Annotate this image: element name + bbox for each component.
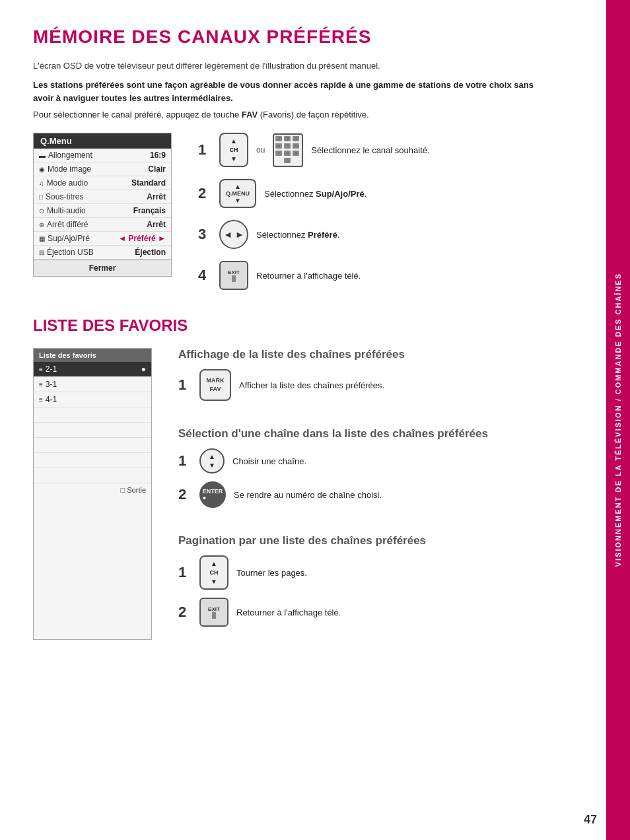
step-2-row: 2 ▲ Q.MENU ▼ Sélectionnez Sup/Ajo/Pré. <box>198 179 548 208</box>
sup-ajo-pre-label: Sup/Ajo/Pré <box>48 234 90 243</box>
pagination-step-2: 2 EXIT Retourner à l'affichage télé. <box>178 598 548 627</box>
exit-label: EXIT <box>228 269 240 275</box>
sidebar-text: VISIONNEMENT DE LA TÉLÉVISION / COMMANDE… <box>614 273 622 567</box>
step-1-row: 1 ▲ CH ▼ ou 1 2 3 4 5 6 7 8 9 0 <box>198 133 548 167</box>
step-1-number: 1 <box>198 143 211 157</box>
favoris-row-3-1[interactable]: 3-1 <box>34 377 151 392</box>
arrow-down-simple-icon: ▼ <box>209 462 215 469</box>
left-right-button[interactable]: ◄ ► <box>219 220 248 249</box>
arrow-up-pag-icon: ▲ <box>211 560 217 567</box>
favoris-row-empty-5 <box>34 468 151 483</box>
sidebar: VISIONNEMENT DE LA TÉLÉVISION / COMMANDE… <box>606 0 630 840</box>
favoris-sortie: □ Sortie <box>34 483 151 497</box>
ch-label-4-1: 4-1 <box>46 395 57 404</box>
page-title: MÉMOIRE DES CANAUX PRÉFÉRÉS <box>33 26 548 48</box>
numpad-cell: 5 <box>284 143 291 149</box>
qmenu-btn-label: Q.MENU <box>226 190 250 197</box>
mark-fav-button[interactable]: MARK FAV <box>199 369 231 401</box>
step-2-bold: Sup/Ajo/Pré <box>316 189 365 199</box>
arret-differe-icon <box>39 220 44 229</box>
fav-description: Pour sélectionner le canal préféré, appu… <box>33 110 548 120</box>
sous-titres-icon <box>39 192 43 201</box>
enter-button[interactable]: ENTER● <box>199 481 226 508</box>
sup-ajo-pre-icon <box>39 234 45 243</box>
fav-btn-label: FAV <box>210 385 221 394</box>
up-down-button-selection[interactable]: ▲ ▼ <box>199 448 225 473</box>
qmenu-row-mode-audio: Mode audio Standard <box>34 176 171 190</box>
qmenu-button[interactable]: ▲ Q.MENU ▼ <box>219 179 256 208</box>
arret-differe-label: Arrêt différé <box>47 220 88 229</box>
qmenu-fermer-button[interactable]: Fermer <box>34 260 171 276</box>
numpad-button[interactable]: 1 2 3 4 5 6 7 8 9 0 <box>273 133 303 167</box>
sup-ajo-pre-value: ◄ Préféré ► <box>118 234 166 243</box>
ch-up-down-button-pagination[interactable]: ▲ CH ▼ <box>199 555 228 590</box>
mode-image-label: Mode image <box>48 164 91 174</box>
qmenu-row-allongement: Allongement 16:9 <box>34 149 171 162</box>
selection-section: Sélection d'une chaîne dans la liste des… <box>178 427 548 508</box>
pagination-step-1: 1 ▲ CH ▼ Tourner les pages. <box>178 555 548 590</box>
multi-audio-icon <box>39 206 44 215</box>
exit-label-2: EXIT <box>208 606 220 612</box>
right-arrow-icon: ► <box>235 229 244 240</box>
numpad-cell: 3 <box>293 136 299 141</box>
numpad-cell: 2 <box>284 136 291 141</box>
multi-audio-label: Multi-audio <box>47 206 86 215</box>
numpad-cell: 0 <box>284 158 291 163</box>
pagination-heading: Pagination par une liste des chaînes pré… <box>178 534 548 547</box>
favoris-row-2-1[interactable]: 2-1 ● <box>34 362 151 377</box>
favoris-row-empty-2 <box>34 423 151 438</box>
numpad-cell: 1 <box>275 136 282 141</box>
page-number: 47 <box>584 813 597 827</box>
qmenu-row-multi-audio: Multi-audio Français <box>34 204 171 218</box>
favoris-row-4-1[interactable]: 4-1 <box>34 392 151 407</box>
ch-dot-1: ● <box>141 365 146 374</box>
step-4-text: Retourner à l'affichage télé. <box>256 271 548 281</box>
favoris-row-empty-1 <box>34 407 151 423</box>
step-4-row: 4 EXIT Retourner à l'affichage télé. <box>198 261 548 290</box>
pagination-step-2-number: 2 <box>178 605 192 619</box>
numpad-cell: 9 <box>293 151 299 156</box>
exit-indicator-2 <box>212 612 216 619</box>
selection-step-2-text: Se rendre au numéro de chaîne choisi. <box>234 490 548 500</box>
qmenu-row-mode-image: Mode image Clair <box>34 162 171 176</box>
exit-button-1[interactable]: EXIT <box>219 261 248 290</box>
section2-title: LISTE DES FAVORIS <box>33 316 548 335</box>
ou-text: ou <box>256 145 265 155</box>
selection-step-2: 2 ENTER● Se rendre au numéro de chaîne c… <box>178 481 548 508</box>
numpad-cell: 7 <box>275 151 282 156</box>
ch-label-pag: CH <box>210 569 219 576</box>
pagination-section: Pagination par une liste des chaînes pré… <box>178 534 548 627</box>
step-3-text: Sélectionnez Préféré. <box>256 230 548 240</box>
ch-icon-1 <box>39 365 43 374</box>
favoris-box: Liste des favoris 2-1 ● 3-1 <box>33 348 152 640</box>
ch-up-down-button-1[interactable]: ▲ CH ▼ <box>219 133 248 167</box>
selection-heading: Sélection d'une chaîne dans la liste des… <box>178 427 548 440</box>
qmenu-section: Q.Menu Allongement 16:9 Mode image Clair <box>33 133 548 290</box>
qmenu-row-arret-differe: Arrêt différé Arrêt <box>34 218 171 232</box>
selection-step-1-text: Choisir une chaîne. <box>232 456 548 466</box>
ch-label: CH <box>230 147 238 153</box>
favoris-right: Affichage de la liste des chaînes préfér… <box>178 348 548 640</box>
enter-label: ENTER● <box>203 488 223 501</box>
affichage-section: Affichage de la liste des chaînes préfér… <box>178 348 548 401</box>
ch-icon-3 <box>39 395 43 404</box>
favoris-section: Liste des favoris 2-1 ● 3-1 <box>33 348 548 640</box>
step-2-text: Sélectionnez Sup/Ajo/Pré. <box>264 189 548 199</box>
ch-icon-2 <box>39 380 43 389</box>
step-3-bold: Préféré <box>308 230 337 240</box>
qmenu-box: Q.Menu Allongement 16:9 Mode image Clair <box>33 133 172 277</box>
exit-button-2[interactable]: EXIT <box>199 598 228 627</box>
exit-indicator <box>232 275 236 282</box>
pagination-step-1-number: 1 <box>178 565 192 580</box>
qmenu-title: Q.Menu <box>34 133 171 149</box>
mode-audio-icon <box>39 178 44 188</box>
favoris-row-empty-4 <box>34 453 151 468</box>
mode-image-icon <box>39 164 45 174</box>
sous-titres-value: Arrêt <box>147 192 166 201</box>
allongement-label: Allongement <box>48 151 92 160</box>
qmenu-row-ejection: Éjection USB Éjection <box>34 246 171 260</box>
allongement-icon <box>39 151 46 160</box>
bold-description: Les stations préférées sont une façon ag… <box>33 79 548 104</box>
multi-audio-value: Français <box>133 206 166 215</box>
favoris-box-title: Liste des favoris <box>34 349 151 362</box>
